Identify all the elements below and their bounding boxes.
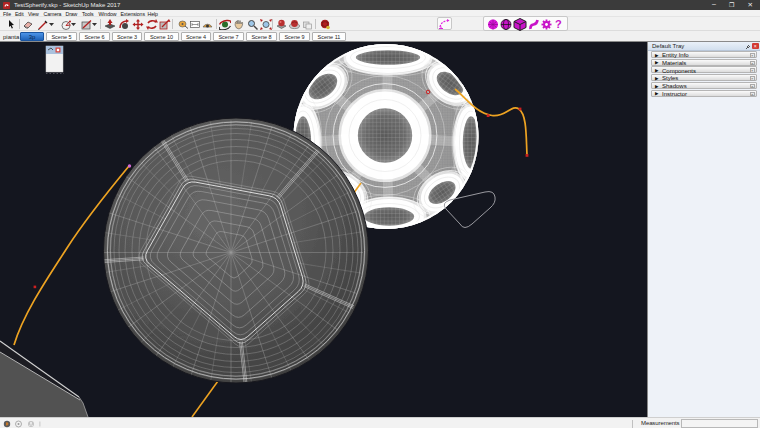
svg-text:?: ?: [555, 18, 562, 30]
